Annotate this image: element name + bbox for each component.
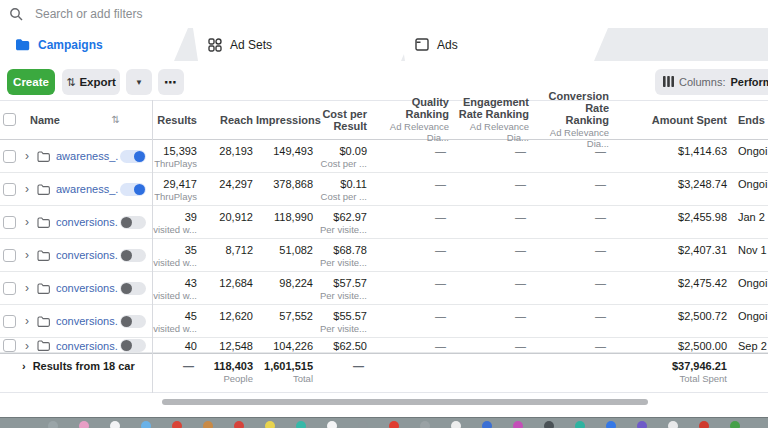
row-name-group: › conversions... — [0, 272, 152, 304]
horizontal-scrollbar[interactable] — [162, 399, 648, 405]
dock-app-icon[interactable] — [699, 421, 709, 428]
expand-chevron-icon[interactable]: › — [25, 340, 29, 352]
dock-app-icon[interactable] — [544, 421, 554, 428]
expand-chevron-icon[interactable]: › — [25, 216, 29, 228]
level-tabs: Campaigns Ad Sets Ads — [0, 28, 768, 61]
row-checkbox[interactable] — [3, 150, 16, 163]
dock-app-icon[interactable] — [358, 421, 368, 428]
name-header-group: Name ⇅ — [0, 113, 152, 126]
cost-cell: $62.97Per visite... — [316, 206, 370, 238]
totals-label-group[interactable]: › Results from 18 car — [0, 354, 152, 372]
dock-app-icon[interactable] — [420, 421, 430, 428]
tab-ads[interactable]: Ads — [400, 28, 608, 61]
dock-app-icon[interactable] — [637, 421, 647, 428]
engagement-cell: — — [452, 140, 532, 172]
dock-app-icon[interactable] — [513, 421, 523, 428]
reach-column-header[interactable]: Reach — [200, 114, 256, 126]
toggle-knob — [121, 217, 132, 228]
campaign-toggle[interactable] — [120, 183, 146, 196]
expand-chevron-icon[interactable]: › — [25, 282, 29, 294]
totals-amount-cell: $37,946.21Total Spent — [612, 354, 730, 384]
expand-chevron-icon[interactable]: › — [25, 315, 29, 327]
expand-chevron-icon: › — [22, 360, 26, 372]
dock-app-icon[interactable] — [172, 421, 182, 428]
dock-app-icon[interactable] — [451, 421, 461, 428]
campaign-toggle[interactable] — [120, 282, 146, 295]
dock-app-icon[interactable] — [48, 421, 58, 428]
dock-app-icon[interactable] — [482, 421, 492, 428]
dock-app-icon[interactable] — [327, 421, 337, 428]
table-header-row: Name ⇅ Results Reach Impressions Cost pe… — [0, 100, 768, 140]
campaign-toggle[interactable] — [120, 339, 146, 352]
row-checkbox[interactable] — [3, 249, 16, 262]
row-checkbox[interactable] — [3, 183, 16, 196]
row-checkbox[interactable] — [3, 339, 16, 352]
folder-icon — [37, 151, 50, 162]
expand-chevron-icon[interactable]: › — [25, 183, 29, 195]
tab-ad-sets[interactable]: Ad Sets — [193, 28, 415, 61]
campaign-toggle[interactable] — [120, 249, 146, 262]
campaign-toggle[interactable] — [120, 150, 146, 163]
dock-app-icon[interactable] — [575, 421, 585, 428]
select-all-checkbox[interactable] — [3, 113, 16, 126]
dock-app-icon[interactable] — [296, 421, 306, 428]
impressions-column-header[interactable]: Impressions — [256, 114, 316, 126]
name-column-header[interactable]: Name — [30, 114, 60, 126]
expand-chevron-icon[interactable]: › — [25, 150, 29, 162]
ends-cell: Ongoi — [730, 272, 768, 304]
cost-cell: $62.50 — [316, 338, 370, 352]
amount-spent-cell: $2,475.42 — [612, 272, 730, 304]
campaign-name-link[interactable]: awareness_... — [56, 183, 118, 195]
results-column-header[interactable]: Results — [152, 114, 200, 126]
more-options-button[interactable]: ⋯ — [158, 69, 184, 95]
tab-campaigns[interactable]: Campaigns — [0, 28, 188, 61]
engagement-cell: — — [452, 173, 532, 205]
dock-app-icon[interactable] — [668, 421, 678, 428]
amount-spent-cell: $3,248.74 — [612, 173, 730, 205]
expand-chevron-icon[interactable]: › — [25, 249, 29, 261]
cost-per-result-column-header[interactable]: Cost perResult — [316, 108, 370, 132]
campaign-name-link[interactable]: conversions... — [56, 249, 118, 261]
export-button[interactable]: ⇅ Export — [62, 69, 120, 95]
dock-app-icon[interactable] — [265, 421, 275, 428]
impressions-cell: 98,224 — [256, 272, 316, 304]
reach-cell: 20,912 — [200, 206, 256, 238]
row-checkbox[interactable] — [3, 282, 16, 295]
campaign-name-link[interactable]: conversions... — [56, 315, 118, 327]
row-checkbox[interactable] — [3, 216, 16, 229]
columns-button[interactable]: Columns: Performanc — [655, 69, 768, 95]
ends-column-header[interactable]: Ends — [730, 114, 768, 126]
dock-app-icon[interactable] — [79, 421, 89, 428]
conversion-cell: — — [532, 206, 612, 238]
sort-icon[interactable]: ⇅ — [112, 114, 120, 125]
ads-manager-window: Search or add filters Campaigns Ad Sets … — [0, 0, 768, 428]
campaign-name-link[interactable]: awareness_... — [56, 150, 118, 162]
dock-app-icon[interactable] — [730, 421, 740, 428]
dock-app-icon[interactable] — [606, 421, 616, 428]
campaign-toggle[interactable] — [120, 216, 146, 229]
dock-app-icon[interactable] — [110, 421, 120, 428]
amount-spent-column-header[interactable]: Amount Spent — [612, 114, 730, 126]
totals-label: Results from 18 car — [33, 360, 135, 372]
totals-ends-cell — [730, 354, 768, 360]
quality-ranking-column-header[interactable]: Quality RankingAd Relevance Dia... — [370, 96, 452, 143]
dock-app-icon[interactable] — [234, 421, 244, 428]
export-dropdown-button[interactable]: ▼ — [126, 69, 152, 95]
campaign-name-link[interactable]: conversions... — [56, 216, 118, 228]
ends-cell: Jan 2 — [730, 206, 768, 238]
cost-cell: $68.78Per visite... — [316, 239, 370, 271]
engagement-cell: — — [452, 338, 532, 352]
engagement-ranking-column-header[interactable]: EngagementRate RankingAd Relevance Dia..… — [452, 96, 532, 143]
create-button[interactable]: Create — [7, 69, 55, 95]
dock-app-icon[interactable] — [203, 421, 213, 428]
dock-app-icon[interactable] — [141, 421, 151, 428]
campaign-name-link[interactable]: conversions... — [56, 282, 118, 294]
campaign-name-link[interactable]: conversions... — [56, 340, 118, 352]
macos-dock[interactable] — [0, 417, 768, 428]
row-name-group: › awareness_... — [0, 173, 152, 205]
row-checkbox[interactable] — [3, 315, 16, 328]
amount-spent-cell: $2,455.98 — [612, 206, 730, 238]
filter-search-bar[interactable]: Search or add filters — [0, 0, 768, 28]
campaign-toggle[interactable] — [120, 315, 146, 328]
dock-app-icon[interactable] — [389, 421, 399, 428]
